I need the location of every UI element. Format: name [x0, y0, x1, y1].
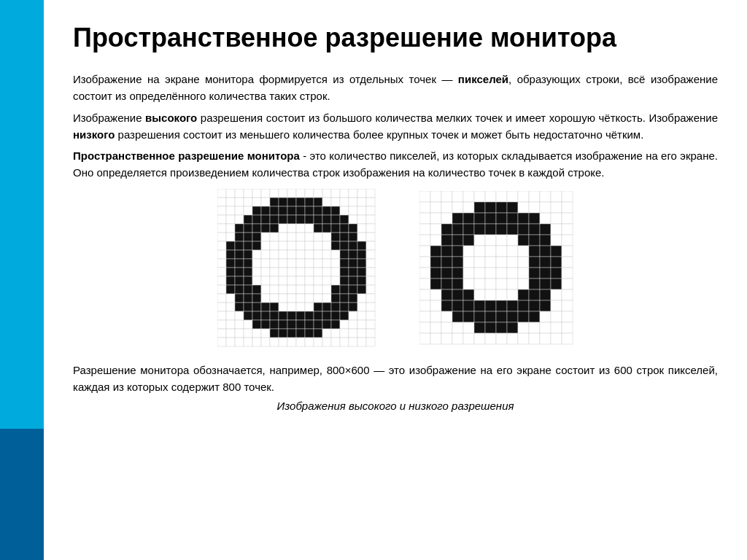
p4-text: Разрешение монитора обозначается, наприм…	[73, 362, 718, 396]
p2-bold2: низкого	[73, 128, 115, 141]
p2-bold: высокого	[145, 112, 197, 124]
p2-rest1: разрешения состоит из большого количеств…	[197, 112, 718, 124]
main-content: Пространственное разрешение монитора Изо…	[44, 0, 747, 560]
high-res-image	[217, 189, 376, 351]
sidebar-top	[0, 0, 44, 429]
p1-text: Изображение на экране монитора формирует…	[73, 73, 458, 85]
p1-bold: пикселей	[458, 73, 508, 85]
caption-text: Изображения высокого и низкого разрешени…	[73, 400, 718, 412]
images-container	[73, 189, 718, 351]
text-body: Изображение на экране монитора формирует…	[73, 71, 718, 395]
page-title: Пространственное разрешение монитора	[73, 22, 718, 53]
p2-text: Изображение	[73, 112, 145, 124]
low-res-image	[419, 191, 573, 349]
low-res-canvas	[419, 191, 573, 345]
p3-bold: Пространственное разрешение монитора	[73, 149, 300, 162]
p2-rest2: разрешения состоит из меньшего количеств…	[115, 128, 643, 141]
high-res-canvas	[217, 189, 376, 347]
sidebar-bottom	[0, 429, 44, 560]
sidebar	[0, 0, 44, 560]
